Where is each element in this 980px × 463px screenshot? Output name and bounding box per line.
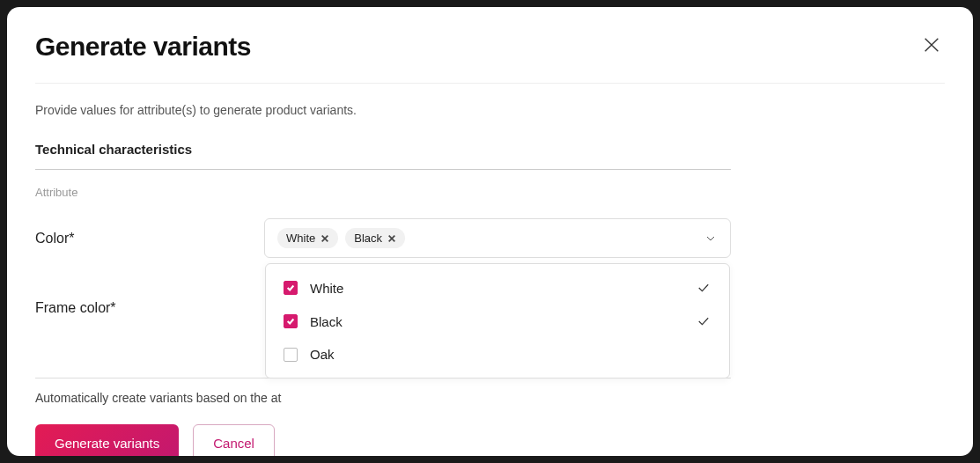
chip-label: White [286,232,315,245]
generate-variants-modal: Generate variants Provide values for att… [7,7,973,456]
check-icon [286,317,295,326]
check-icon [696,313,711,329]
chip-remove-white[interactable] [321,234,329,243]
generate-variants-button[interactable]: Generate variants [35,424,179,456]
attribute-label: Color* [35,231,264,246]
check-icon [286,283,295,292]
modal-title: Generate variants [35,32,251,62]
color-dropdown: White Black [265,263,730,378]
attribute-row-color: Color* White Black [35,218,731,258]
chip-remove-black[interactable] [387,234,396,243]
chip-white: White [277,228,338,248]
modal-header: Generate variants [35,32,945,84]
option-label: Black [310,314,343,329]
option-label: White [310,281,343,296]
close-icon [321,234,329,243]
chevron-down-icon [704,232,718,246]
cancel-button[interactable]: Cancel [193,424,275,456]
hint-text: Automatically create variants based on t… [35,391,945,405]
section-title: Technical characteristics [35,142,731,170]
attribute-label: Frame color* [35,300,264,316]
selected-chips: White Black [277,228,405,248]
option-black[interactable]: Black [266,305,729,338]
close-icon [922,35,941,55]
checkbox-oak[interactable] [284,348,298,362]
attributes-section: Technical characteristics Attribute Colo… [35,142,731,316]
attribute-header-label: Attribute [35,186,731,199]
chip-black: Black [345,228,405,248]
modal-subtext: Provide values for attribute(s) to gener… [35,103,945,117]
color-select[interactable]: White Black [264,218,731,258]
checkbox-white[interactable] [284,281,298,295]
modal-actions: Generate variants Cancel [35,424,945,456]
close-button[interactable] [918,32,945,58]
checkbox-black[interactable] [284,314,298,328]
option-label: Oak [310,347,335,362]
option-oak[interactable]: Oak [266,338,729,371]
option-white[interactable]: White [266,271,729,305]
close-icon [387,234,396,243]
check-icon [696,280,711,296]
chip-label: Black [354,232,382,245]
